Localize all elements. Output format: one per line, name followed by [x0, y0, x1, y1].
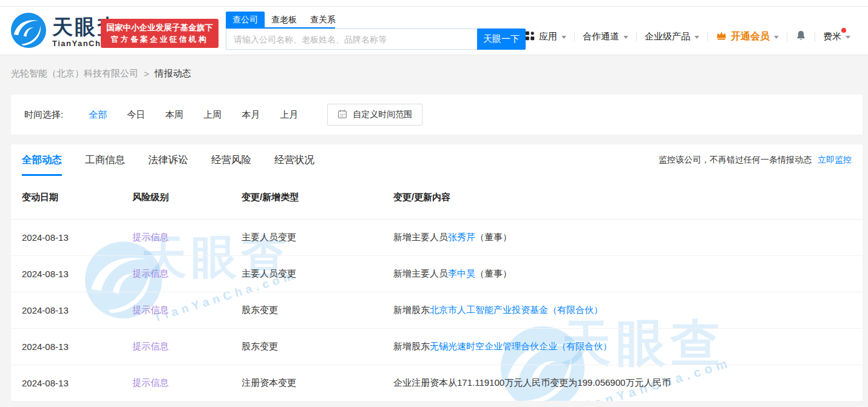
- breadcrumb-company-link[interactable]: 光轮智能（北京）科技有限公司: [11, 68, 138, 79]
- table-row: 2024-08-13 提示信息 股东变更 新增股东无锡光速时空企业管理合伙企业（…: [11, 329, 863, 365]
- cell-change-type: 主要人员变更: [242, 268, 393, 280]
- monitor-hint-text: 监控该公司，不再错过任何一条情报动态: [659, 155, 812, 166]
- col-change-content: 变更/更新内容: [393, 192, 852, 203]
- search-tab-relation[interactable]: 查关系: [303, 12, 342, 27]
- company-link[interactable]: 北京市人工智能产业投资基金（有限合伙）: [430, 304, 603, 315]
- col-change-date: 变动日期: [22, 192, 132, 203]
- tab-legal-litigation[interactable]: 法律诉讼: [148, 144, 188, 176]
- nav-partner-label: 合作通道: [583, 31, 619, 42]
- search-input[interactable]: [226, 29, 477, 50]
- cell-change-content: 新增股东无锡光速时空企业管理合伙企业（有限合伙）: [393, 341, 852, 352]
- top-hairline: [0, 6, 868, 7]
- crown-icon: [716, 30, 731, 43]
- nav-enterprise-products[interactable]: 企业级产品: [637, 31, 707, 42]
- cell-date: 2024-08-13: [22, 341, 132, 352]
- risk-level-badge: 提示信息: [132, 304, 242, 316]
- table-row: 2024-08-13 提示信息 主要人员变更 新增主要人员张秀芹（董事）: [11, 220, 863, 256]
- risk-level-badge: 提示信息: [132, 341, 242, 352]
- cell-change-content: 企业注册资本从171.119100万元人民币变更为199.056900万元人民币: [393, 377, 852, 389]
- risk-level-badge: 提示信息: [132, 268, 242, 280]
- cell-change-type: 注册资本变更: [242, 377, 393, 389]
- cell-change-type: 股东变更: [242, 341, 393, 352]
- content-text: （董事）: [475, 232, 512, 242]
- calendar-icon: [337, 109, 347, 121]
- nav-apps-label: 应用: [539, 31, 557, 42]
- time-filter-options: 全部 今日 本周 上周 本月 上月: [89, 109, 298, 121]
- time-option-this-month[interactable]: 本月: [242, 109, 260, 121]
- breadcrumb-separator: >: [144, 69, 149, 79]
- bell-icon: [795, 30, 807, 43]
- col-change-type: 变更/新增类型: [242, 192, 393, 203]
- cell-change-content: 新增主要人员张秀芹（董事）: [393, 232, 852, 243]
- badge-line1: 国家中小企业发展子基金旗下: [106, 22, 213, 33]
- cell-date: 2024-08-13: [22, 378, 132, 388]
- breadcrumb-current-page: 情报动态: [155, 68, 191, 79]
- cell-change-type: 股东变更: [242, 304, 393, 316]
- chevron-down-icon: [623, 36, 628, 39]
- tab-operational-status[interactable]: 经营状况: [274, 144, 314, 176]
- chevron-down-icon: [774, 36, 779, 39]
- risk-level-badge: 提示信息: [132, 232, 242, 243]
- custom-date-range-button[interactable]: 自定义时间范围: [327, 104, 422, 126]
- content-text: （董事）: [475, 268, 512, 278]
- cell-date: 2024-08-13: [22, 232, 132, 243]
- breadcrumb: 光轮智能（北京）科技有限公司 > 情报动态: [11, 68, 191, 79]
- nav-user-account[interactable]: 费米: [815, 31, 858, 42]
- risk-level-badge: 提示信息: [132, 377, 242, 389]
- official-credit-badge: 国家中小企业发展子基金旗下 官方备案企业征信机构: [101, 19, 219, 48]
- table-row: 2024-08-13 提示信息 股东变更 新增股东北京市人工智能产业投资基金（有…: [11, 292, 863, 329]
- time-filter-card: 时间选择: 全部 今日 本周 上周 本月 上月 自定义时间范围: [11, 95, 863, 135]
- cell-date: 2024-08-13: [22, 305, 132, 315]
- table-header: 变动日期 风险级别 变更/新增类型 变更/更新内容: [11, 176, 863, 220]
- content-tabbar: 全部动态 工商信息 法律诉讼 经营风险 经营状况 监控该公司，不再错过任何一条情…: [11, 144, 863, 176]
- table-row: 2024-08-13 提示信息 主要人员变更 新增主要人员李中昊（董事）: [11, 256, 863, 292]
- apps-grid-icon: [525, 31, 539, 42]
- search-tab-company[interactable]: 查公司: [226, 12, 265, 27]
- content-text: 新增股东: [393, 341, 430, 351]
- tianyancha-logo-icon: [11, 13, 46, 50]
- tab-all-dynamics[interactable]: 全部动态: [22, 144, 62, 176]
- notification-dot: [841, 28, 846, 33]
- monitor-now-link[interactable]: 立即监控: [818, 155, 852, 166]
- company-link[interactable]: 无锡光速时空企业管理合伙企业（有限合伙）: [430, 341, 612, 351]
- time-filter-label: 时间选择:: [24, 109, 63, 121]
- nav-vip-label: 开通会员: [731, 30, 770, 43]
- custom-range-label: 自定义时间范围: [353, 109, 412, 120]
- badge-line2: 官方备案企业征信机构: [111, 35, 208, 45]
- search-area: 查公司 查老板 查关系 天眼一下: [226, 12, 526, 50]
- time-option-last-week[interactable]: 上周: [203, 109, 222, 121]
- nav-enterprise-label: 企业级产品: [645, 31, 690, 42]
- cell-change-type: 主要人员变更: [242, 232, 393, 243]
- nav-open-vip[interactable]: 开通会员: [708, 30, 787, 43]
- nav-username: 费米: [823, 31, 841, 41]
- intel-dynamics-card: 天眼查 TianYanCha.com 天眼查 TianYanCha.com 全部…: [11, 144, 863, 402]
- chevron-down-icon: [561, 36, 566, 39]
- person-link[interactable]: 李中昊: [448, 268, 475, 278]
- search-tabs: 查公司 查老板 查关系: [226, 12, 335, 29]
- time-option-all[interactable]: 全部: [89, 109, 107, 121]
- content-text: 新增股东: [393, 304, 430, 315]
- tab-business-info[interactable]: 工商信息: [85, 144, 125, 176]
- content-text: 新增主要人员: [393, 268, 448, 278]
- time-option-this-week[interactable]: 本周: [165, 109, 183, 121]
- monitor-area: 监控该公司，不再错过任何一条情报动态 立即监控: [659, 144, 852, 176]
- cell-change-content: 新增主要人员李中昊（董事）: [393, 268, 852, 280]
- col-risk-level: 风险级别: [132, 192, 242, 203]
- site-header: 天眼查 TianYanCha.com 国家中小企业发展子基金旗下 官方备案企业征…: [0, 0, 868, 55]
- person-link[interactable]: 张秀芹: [448, 232, 475, 242]
- cell-change-content: 新增股东北京市人工智能产业投资基金（有限合伙）: [393, 304, 852, 316]
- nav-apps[interactable]: 应用: [517, 31, 574, 42]
- notifications-bell[interactable]: [787, 30, 815, 43]
- table-row: 2024-08-13 提示信息 注册资本变更 企业注册资本从171.119100…: [11, 365, 863, 402]
- search-tab-boss[interactable]: 查老板: [265, 12, 303, 27]
- cell-date: 2024-08-13: [22, 269, 132, 279]
- nav-partner-channel[interactable]: 合作通道: [575, 31, 636, 42]
- chevron-down-icon: [694, 36, 699, 39]
- chevron-down-icon: [846, 36, 850, 39]
- tab-operational-risk[interactable]: 经营风险: [211, 144, 251, 176]
- content-text: 新增主要人员: [393, 232, 448, 242]
- content-text: 企业注册资本从171.119100万元人民币变更为199.056900万元人民币: [393, 377, 671, 388]
- time-option-last-month[interactable]: 上月: [280, 109, 298, 121]
- time-option-today[interactable]: 今日: [127, 109, 145, 121]
- header-nav: 应用 合作通道 企业级产品 开通会员: [517, 27, 858, 46]
